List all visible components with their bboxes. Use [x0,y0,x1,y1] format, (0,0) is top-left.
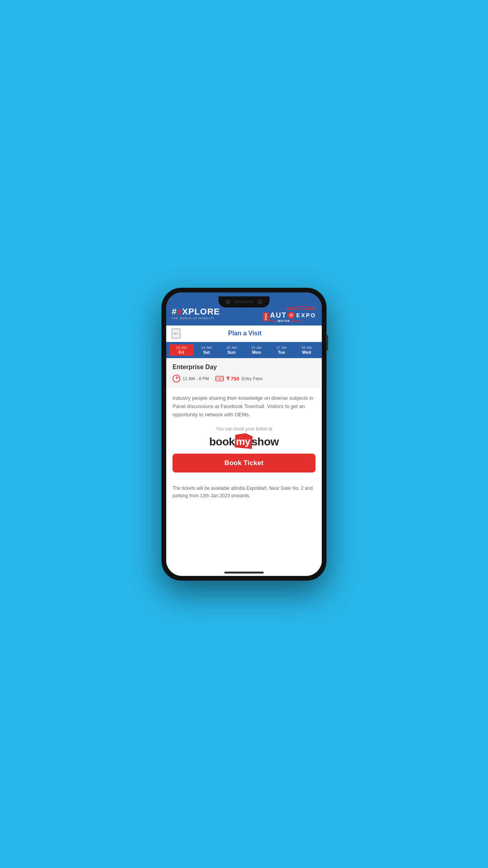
date-tabs: 13 Jan Fri 14 Jan Sat 15 Jan Sun 16 Jan … [166,342,322,359]
footer-text: The tickets will be available atIndia Ex… [172,485,316,500]
description-section: Industry people sharing their knowledge … [166,388,322,422]
date-tab-sat[interactable]: 14 Jan Sat [194,344,219,356]
car-icon [285,305,316,311]
auto-circle-o: O [288,312,295,319]
expo-word: EXPO [296,312,316,318]
date-num-wed: 18 Jan [301,346,312,350]
svg-point-0 [291,308,293,310]
description-text: Industry people sharing their knowledge … [172,394,316,419]
sensor-icon [258,300,262,304]
date-day-sat: Sat [203,350,210,355]
clock-icon [172,375,180,383]
fee-label: Entry Fees [242,376,262,381]
svg-point-6 [222,378,223,379]
svg-point-1 [308,308,310,310]
speaker-icon [234,301,254,303]
logo-x: X [182,307,189,316]
logo-subtitle: THE WORLD OF MOBILITY [172,317,220,320]
show-text: SHOW [291,320,301,322]
content-area: Enterprise Day 11 AM - 8 PM [166,358,322,576]
motor-text: MOTOR [278,320,290,322]
home-bar [224,572,264,574]
auto-text: AUT O EXPO [270,311,316,320]
plan-nav: ← Plan a Visit [166,326,322,342]
date-day-wed: Wed [302,350,311,355]
bms-my-text: my [235,436,251,447]
expo-subtitle: THE MOTOR SHOW [270,320,301,322]
enterprise-section: Enterprise Day 11 AM - 8 PM [166,358,322,388]
year-badge: 2023 [263,313,269,321]
svg-point-5 [216,378,217,379]
date-tab-fri[interactable]: 13 Jan Fri [169,344,194,356]
date-tab-wed[interactable]: 18 Jan Wed [294,344,319,356]
date-day-sun: Sun [227,350,236,355]
auto-expo-badge: 2023 AUT O EXPO THE MOTOR SHOW [263,311,316,322]
auto-word: AUT [270,311,287,320]
fee-amount: ₹ 750 [226,376,239,382]
time-info: 11 AM - 8 PM [172,375,209,383]
date-day-mon: Mon [252,350,261,355]
fee-info: ₹ 750 Entry Fees [215,375,263,382]
phone-frame: #eXPLORE THE WORLD OF MOBILITY 2023 AUT [161,288,327,581]
date-num-mon: 16 Jan [251,346,262,350]
date-num-sat: 14 Jan [201,346,212,350]
logo-e: e [177,307,182,316]
booking-section: You can book your ticket at book my show [166,422,322,479]
book-ticket-button[interactable]: Book Ticket [172,454,316,473]
date-num-fri: 13 Jan [176,346,187,350]
logo-main-text: #eXPLORE [172,307,220,316]
side-button [326,335,328,351]
back-button[interactable]: ← [172,329,180,338]
date-tab-tue[interactable]: 17 Jan Tue [270,344,294,356]
book-at-text: You can book your ticket at [216,426,272,432]
date-num-sun: 15 Jan [226,346,237,350]
phone-notch [218,296,270,307]
date-day-tue: Tue [278,350,285,355]
the-text: THE [270,320,277,322]
time-text: 11 AM - 8 PM [183,376,209,381]
svg-point-4 [218,378,220,380]
enterprise-title: Enterprise Day [172,364,316,371]
page-title: Plan a Visit [183,330,306,337]
footer-info: The tickets will be available atIndia Ex… [166,479,322,508]
bms-book-text: book [209,436,235,448]
money-icon [215,375,224,382]
logo-hash: # [172,307,177,316]
app-logo: #eXPLORE THE WORLD OF MOBILITY [172,307,220,320]
expo-text-block: AUT O EXPO THE MOTOR SHOW [270,311,316,322]
bookmyshow-logo: book my show [209,436,279,448]
auto-expo-logo: 2023 AUT O EXPO THE MOTOR SHOW [263,305,316,322]
date-num-tue: 17 Jan [276,346,287,350]
bms-show-text: show [251,436,279,448]
logo-plore: PLORE [188,307,220,316]
date-tab-sun[interactable]: 15 Jan Sun [219,344,244,356]
date-tab-mon[interactable]: 16 Jan Mon [244,344,269,356]
enterprise-details: 11 AM - 8 PM ₹ 750 Entry Fees [172,375,316,383]
camera-icon [226,300,230,304]
date-day-fri: Fri [179,350,184,355]
bms-my-wrapper: my [235,436,251,448]
phone-screen: #eXPLORE THE WORLD OF MOBILITY 2023 AUT [166,292,322,576]
